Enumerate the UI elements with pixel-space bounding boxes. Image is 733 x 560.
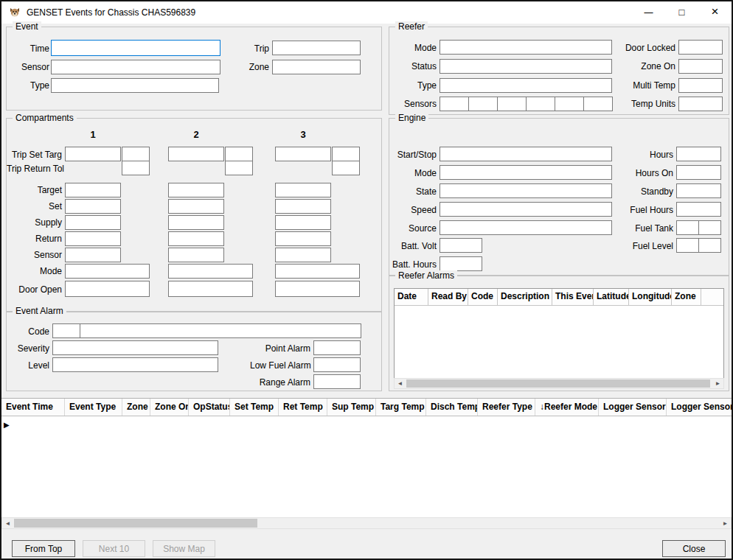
engine-mode-input[interactable]	[440, 165, 612, 180]
reefer-mode-input[interactable]	[440, 40, 612, 55]
column-header-date[interactable]: Date	[395, 289, 428, 305]
column-header-set-temp[interactable]: Set Temp	[230, 399, 279, 416]
column-header-sup-temp[interactable]: Sup Temp	[327, 399, 376, 416]
comp3-set-input[interactable]	[275, 199, 331, 214]
range-alarm-input[interactable]	[313, 374, 361, 389]
event-alarm-level-input[interactable]	[52, 357, 218, 372]
from-top-button[interactable]: From Top	[12, 540, 75, 557]
engine-hours-on-input[interactable]	[676, 165, 721, 180]
comp1-door-open-input[interactable]	[65, 281, 150, 297]
events-table-h-scrollbar[interactable]: ◄ ►	[1, 517, 732, 529]
comp3-sensor-input[interactable]	[275, 248, 331, 262]
engine-source-input[interactable]	[440, 220, 612, 235]
engine-state-input[interactable]	[440, 183, 612, 198]
close-icon[interactable]: ×	[698, 1, 732, 24]
comp1-trip-set-targ-aux-input[interactable]	[122, 147, 150, 161]
scroll-right-icon[interactable]: ►	[720, 518, 731, 528]
column-header-zone[interactable]: Zone	[672, 289, 701, 305]
comp2-trip-set-targ-input[interactable]	[168, 147, 224, 161]
close-button[interactable]: Close	[662, 540, 726, 557]
maximize-icon[interactable]: □	[665, 1, 698, 24]
column-header-latitude[interactable]: Latitude	[594, 289, 629, 305]
reefer-sensor-5-input[interactable]	[555, 97, 584, 111]
minimize-icon[interactable]: —	[632, 1, 665, 24]
comp2-door-open-input[interactable]	[168, 281, 253, 297]
engine-start-stop-input[interactable]	[440, 147, 612, 161]
engine-fuel-tank-1-input[interactable]	[676, 220, 699, 235]
column-header-opstatus[interactable]: OpStatus	[189, 399, 230, 416]
reefer-sensor-1-input[interactable]	[440, 97, 469, 111]
column-header-this-event[interactable]: This Event	[552, 289, 594, 305]
column-header-event-type[interactable]: Event Type	[65, 399, 122, 416]
comp2-supply-input[interactable]	[168, 215, 224, 230]
column-header-disch-temp[interactable]: Disch Temp	[426, 399, 478, 416]
reefer-zone-on-input[interactable]	[678, 59, 723, 74]
engine-hours-input[interactable]	[676, 147, 721, 161]
engine-batt-hours-input[interactable]	[440, 256, 482, 271]
reefer-door-locked-input[interactable]	[678, 40, 723, 55]
comp3-trip-set-targ-input[interactable]	[275, 147, 331, 161]
comp1-supply-input[interactable]	[65, 215, 121, 230]
comp2-target-input[interactable]	[168, 183, 224, 197]
column-header-code[interactable]: Code	[468, 289, 498, 305]
comp3-supply-input[interactable]	[275, 215, 331, 230]
column-header-zone-on[interactable]: Zone On	[150, 399, 189, 416]
comp3-target-input[interactable]	[275, 183, 331, 197]
comp1-target-input[interactable]	[65, 183, 121, 197]
engine-standby-input[interactable]	[676, 183, 721, 198]
comp3-door-open-input[interactable]	[275, 281, 360, 297]
comp1-sensor-input[interactable]	[65, 248, 121, 262]
event-alarm-severity-input[interactable]	[52, 340, 218, 355]
reefer-type-input[interactable]	[440, 78, 612, 93]
reefer-alarms-h-scrollbar[interactable]: ◄ ►	[394, 378, 724, 389]
title-bar[interactable]: GENSET Events for Chassis CHAS596839 — □…	[1, 1, 732, 24]
comp2-sensor-input[interactable]	[168, 248, 224, 262]
column-header-read-by[interactable]: Read By	[428, 289, 468, 305]
comp1-set-input[interactable]	[65, 199, 121, 214]
comp2-trip-return-tol-input[interactable]	[225, 161, 253, 175]
scrollbar-thumb[interactable]	[14, 519, 257, 528]
event-alarm-code-input[interactable]	[52, 323, 80, 338]
scroll-right-icon[interactable]: ►	[712, 379, 723, 388]
column-header-ret-temp[interactable]: Ret Temp	[279, 399, 327, 416]
event-trip-input[interactable]	[272, 41, 361, 55]
engine-fuel-hours-input[interactable]	[676, 202, 721, 217]
column-header-reefer-mode[interactable]: ↓Reefer Mode	[535, 399, 599, 416]
comp1-return-input[interactable]	[65, 231, 121, 246]
comp1-trip-return-tol-input[interactable]	[122, 161, 150, 175]
reefer-sensor-4-input[interactable]	[526, 97, 555, 111]
event-time-input[interactable]	[51, 40, 220, 56]
event-sensor-input[interactable]	[51, 60, 220, 74]
engine-speed-input[interactable]	[440, 202, 612, 217]
reefer-multi-temp-input[interactable]	[678, 78, 723, 93]
comp2-mode-input[interactable]	[168, 264, 253, 279]
column-header-longitude[interactable]: Longitude	[629, 289, 672, 305]
column-header-logger-sensor-2[interactable]: Logger Sensor 2	[667, 399, 732, 416]
reefer-sensor-3-input[interactable]	[497, 97, 527, 111]
point-alarm-input[interactable]	[313, 340, 361, 355]
engine-fuel-tank-2-input[interactable]	[698, 220, 721, 235]
reefer-status-input[interactable]	[440, 59, 612, 74]
scrollbar-thumb[interactable]	[406, 379, 710, 388]
column-header-reefer-type[interactable]: Reefer Type	[478, 399, 535, 416]
column-header-targ-temp[interactable]: Targ Temp	[376, 399, 426, 416]
comp2-trip-set-targ-aux-input[interactable]	[225, 147, 253, 161]
engine-fuel-level-1-input[interactable]	[676, 238, 699, 253]
event-zone-input[interactable]	[272, 60, 361, 74]
column-header-zone[interactable]: Zone	[122, 399, 150, 416]
engine-batt-volt-input[interactable]	[440, 238, 482, 253]
comp1-mode-input[interactable]	[65, 264, 150, 279]
low-fuel-alarm-input[interactable]	[313, 357, 361, 372]
scroll-left-icon[interactable]: ◄	[2, 518, 13, 528]
comp3-return-input[interactable]	[275, 231, 331, 246]
event-type-input[interactable]	[51, 78, 219, 93]
comp3-trip-return-tol-input[interactable]	[332, 161, 360, 175]
column-header-event-time[interactable]: Event Time	[1, 399, 65, 416]
reefer-sensor-2-input[interactable]	[468, 97, 498, 111]
comp3-mode-input[interactable]	[275, 264, 360, 279]
column-header-logger-sensor-1[interactable]: Logger Sensor 1	[599, 399, 667, 416]
comp2-return-input[interactable]	[168, 231, 224, 246]
reefer-temp-units-input[interactable]	[678, 97, 723, 111]
comp3-trip-set-targ-aux-input[interactable]	[332, 147, 360, 161]
event-alarm-code-desc-input[interactable]	[80, 323, 361, 338]
